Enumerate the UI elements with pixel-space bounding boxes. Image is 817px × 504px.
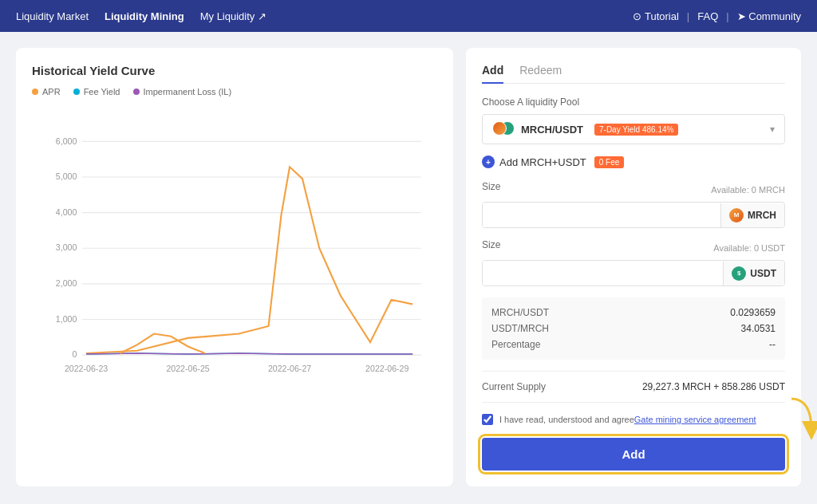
add-button[interactable]: Add xyxy=(482,438,785,471)
legend-apr: APR xyxy=(32,87,61,96)
chart-svg: 6,000 5,000 4,000 3,000 2,000 1,000 0 20… xyxy=(32,109,437,380)
mrch-input-wrapper: M MRCH xyxy=(482,202,785,228)
agreement-link[interactable]: Gate mining service agreement xyxy=(634,415,756,424)
usdt-currency-tag: $ USDT xyxy=(723,262,784,285)
blue-dot-icon: + xyxy=(482,156,495,168)
yield-badge: 7-Day Yield 486.14% xyxy=(594,124,678,136)
info-val-0: 0.0293659 xyxy=(730,307,776,318)
faq-link[interactable]: FAQ xyxy=(697,10,718,22)
available-usdt: Available: 0 USDT xyxy=(713,243,785,253)
header: Liquidity Market Liquidity Mining My Liq… xyxy=(0,0,817,32)
info-key-1: USDT/MRCH xyxy=(491,323,549,334)
separator-1: | xyxy=(687,10,689,22)
chevron-down-icon: ▾ xyxy=(770,124,775,135)
dual-coin-icon xyxy=(492,121,515,137)
mrch-label: MRCH xyxy=(748,210,776,221)
info-row-2: Percentage -- xyxy=(491,339,776,350)
supply-value: 29,227.3 MRCH + 858.286 USDT xyxy=(642,381,785,392)
info-val-2: -- xyxy=(769,339,776,350)
agreement-row: I have read, understood and agreeGate mi… xyxy=(482,414,785,425)
apr-dot xyxy=(32,89,38,95)
tab-add[interactable]: Add xyxy=(482,64,503,83)
svg-text:3,000: 3,000 xyxy=(56,242,77,252)
info-key-0: MRCH/USDT xyxy=(491,307,549,318)
tab-redeem[interactable]: Redeem xyxy=(519,64,562,83)
header-right: ⊙ Tutorial | FAQ | ➤ Community xyxy=(633,10,801,22)
arrow-annotation xyxy=(783,395,817,445)
svg-text:1,000: 1,000 xyxy=(56,314,77,324)
header-nav: Liquidity Market Liquidity Mining My Liq… xyxy=(16,10,266,22)
svg-text:2022-06-27: 2022-06-27 xyxy=(268,364,311,373)
agreement-checkbox[interactable] xyxy=(482,414,493,425)
circle-icon: ⊙ xyxy=(633,10,641,22)
pool-label: Choose A liquidity Pool xyxy=(482,96,785,108)
svg-text:2,000: 2,000 xyxy=(56,278,77,288)
agreement-text: I have read, understood and agreeGate mi… xyxy=(499,415,756,424)
info-row-0: MRCH/USDT 0.0293659 xyxy=(491,307,776,318)
mrch-currency-tag: M MRCH xyxy=(720,203,784,227)
legend-il: Impermanent Loss (IL) xyxy=(133,87,232,96)
size-label-mrch: Size xyxy=(482,181,500,192)
fee-yield-dot xyxy=(73,89,80,95)
fee-badge: 0 Fee xyxy=(594,156,625,168)
supply-label: Current Supply xyxy=(482,381,546,392)
mrch-icon: M xyxy=(729,208,744,222)
chart-title: Historical Yield Curve xyxy=(32,64,437,77)
nav-my-liquidity[interactable]: My Liquidity ↗ xyxy=(200,10,266,22)
chart-legend: APR Fee Yield Impermanent Loss (IL) xyxy=(32,87,437,96)
svg-text:6,000: 6,000 xyxy=(56,136,77,146)
usdt-input[interactable] xyxy=(483,261,723,285)
svg-text:2022-06-29: 2022-06-29 xyxy=(365,364,408,373)
nav-liquidity-mining[interactable]: Liquidity Mining xyxy=(105,10,184,22)
size-label-usdt: Size xyxy=(482,239,500,250)
svg-text:2022-06-25: 2022-06-25 xyxy=(166,364,209,373)
add-pool-text: Add MRCH+USDT xyxy=(499,156,586,168)
svg-text:2022-06-23: 2022-06-23 xyxy=(65,364,108,373)
main-content: Historical Yield Curve APR Fee Yield Imp… xyxy=(0,32,817,502)
tutorial-link[interactable]: ⊙ Tutorial xyxy=(633,10,679,22)
svg-text:5,000: 5,000 xyxy=(56,171,77,181)
legend-fee-yield: Fee Yield xyxy=(73,87,120,96)
available-mrch: Available: 0 MRCH xyxy=(711,185,785,195)
usdt-input-wrapper: $ USDT xyxy=(482,260,785,286)
tabs: Add Redeem xyxy=(482,64,785,84)
nav-liquidity-market[interactable]: Liquidity Market xyxy=(16,10,89,22)
apr-line xyxy=(86,167,412,353)
chart-panel: Historical Yield Curve APR Fee Yield Imp… xyxy=(16,48,453,486)
info-row-1: USDT/MRCH 34.0531 xyxy=(491,323,776,334)
right-panel: Add Redeem Choose A liquidity Pool MRCH/… xyxy=(466,48,801,486)
usdt-label: USDT xyxy=(750,268,776,279)
usdt-icon: $ xyxy=(732,266,746,281)
mrch-coin xyxy=(492,121,507,136)
pool-name: MRCH/USDT xyxy=(521,124,583,136)
svg-text:0: 0 xyxy=(72,349,77,359)
il-line xyxy=(86,353,412,354)
svg-text:4,000: 4,000 xyxy=(56,207,77,217)
pool-selector[interactable]: MRCH/USDT 7-Day Yield 486.14% ▾ xyxy=(482,114,785,144)
chart-area: 6,000 5,000 4,000 3,000 2,000 1,000 0 20… xyxy=(32,109,437,380)
separator-2: | xyxy=(726,10,728,22)
add-pool-row: + Add MRCH+USDT 0 Fee xyxy=(482,156,785,168)
size-row-mrch: Size Available: 0 MRCH xyxy=(482,181,785,199)
info-key-2: Percentage xyxy=(491,339,540,350)
mrch-input[interactable] xyxy=(483,203,720,227)
il-dot xyxy=(133,89,140,95)
size-row-usdt: Size Available: 0 USDT xyxy=(482,239,785,257)
info-val-1: 34.0531 xyxy=(741,323,776,334)
community-link[interactable]: ➤ Community xyxy=(737,10,801,22)
supply-row: Current Supply 29,227.3 MRCH + 858.286 U… xyxy=(482,371,785,403)
info-box: MRCH/USDT 0.0293659 USDT/MRCH 34.0531 Pe… xyxy=(482,297,785,360)
